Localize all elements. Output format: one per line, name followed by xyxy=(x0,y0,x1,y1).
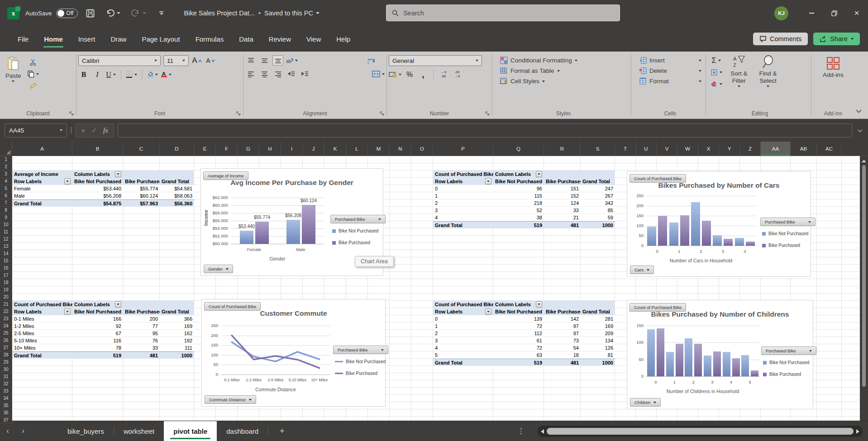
orientation-button[interactable]: ab xyxy=(286,55,298,66)
pivot-cell[interactable]: 81 xyxy=(581,351,615,358)
font-size-select[interactable]: 11 xyxy=(163,55,189,66)
column-header-P[interactable]: P xyxy=(433,142,493,156)
column-header-H[interactable]: H xyxy=(259,142,281,156)
column-header-L[interactable]: L xyxy=(346,142,368,156)
row-header-31[interactable]: 31 xyxy=(0,373,12,380)
alignment-dialog-launcher[interactable] xyxy=(379,110,385,117)
pivot-cell[interactable]: $56.208 xyxy=(72,192,123,199)
row-header-27[interactable]: 27 xyxy=(0,344,12,351)
pivot-table-bikes-by-children[interactable]: Count of Purchased BikeColumn LabelsRow … xyxy=(433,301,615,366)
pivot-cell[interactable]: $55.774 xyxy=(123,185,160,192)
pivot-cell[interactable]: 38 xyxy=(493,214,544,221)
column-header-M[interactable]: M xyxy=(368,142,390,156)
pivot-cell[interactable]: 152 xyxy=(544,192,581,199)
pivot-cell[interactable]: Grand Total xyxy=(433,359,493,366)
row-header-20[interactable]: 20 xyxy=(0,294,12,301)
column-header-E[interactable]: E xyxy=(194,142,216,156)
row-header-18[interactable]: 18 xyxy=(0,279,12,286)
column-header-J[interactable]: J xyxy=(303,142,324,156)
vertical-scroll-thumb[interactable] xyxy=(862,165,866,387)
percent-style-button[interactable]: % xyxy=(404,69,415,80)
pivot-chart-4[interactable]: Count of Purchased BikeBikes Purchased b… xyxy=(627,300,813,409)
pivot-cell[interactable]: 72 xyxy=(493,344,544,351)
middle-align-button[interactable] xyxy=(259,55,270,66)
pivot-cell[interactable]: Grand Total xyxy=(12,352,72,359)
decrease-font-button[interactable]: A xyxy=(205,56,216,66)
ribbon-tab-home[interactable]: Home xyxy=(36,32,71,47)
pivot-cell[interactable]: 92 xyxy=(72,322,123,329)
pivot-cell[interactable]: 4 xyxy=(433,344,493,351)
pivot-cell[interactable]: 1 xyxy=(433,322,493,329)
pivot-cell[interactable]: 1-2 Miles xyxy=(12,322,72,329)
filter-button[interactable] xyxy=(64,308,71,315)
column-header-S[interactable]: S xyxy=(581,142,615,156)
decrease-indent-button[interactable] xyxy=(286,69,297,79)
pivot-cell[interactable]: Grand Total xyxy=(433,222,493,228)
chart-axis-field-button[interactable]: Cars xyxy=(630,266,654,274)
column-header-AC[interactable]: AC xyxy=(817,142,842,156)
row-header-35[interactable]: 35 xyxy=(0,402,12,409)
pivot-cell[interactable]: 519 xyxy=(493,222,544,228)
row-header-22[interactable]: 22 xyxy=(0,308,12,315)
increase-decimal-button[interactable]: ←0.00 xyxy=(438,69,449,80)
sheet-canvas[interactable]: Average of IncomeColumn LabelsRow Labels… xyxy=(12,156,860,421)
row-header-28[interactable]: 28 xyxy=(0,351,12,359)
fill-color-button[interactable] xyxy=(147,69,158,80)
pivot-cell[interactable]: 116 xyxy=(72,337,123,344)
pivot-cell[interactable]: 18 xyxy=(544,351,581,358)
sheet-options-kebab[interactable] xyxy=(520,421,522,441)
sheet-tab-worksheet[interactable]: worksheet xyxy=(114,421,164,441)
insert-function-button[interactable]: fx xyxy=(103,127,108,134)
pivot-cell[interactable]: 134 xyxy=(581,337,615,344)
column-header-A[interactable]: A xyxy=(12,142,72,156)
row-header-10[interactable]: 10 xyxy=(0,221,12,228)
cancel-entry-button[interactable]: × xyxy=(81,127,86,134)
pivot-cell[interactable]: 126 xyxy=(581,344,615,351)
close-button[interactable]: × xyxy=(845,0,868,26)
legend-field-button[interactable]: Purchased Bike xyxy=(761,346,816,355)
name-box[interactable]: AA45 xyxy=(5,123,67,138)
pivot-cell[interactable]: 2 xyxy=(433,199,493,206)
column-header-AB[interactable]: AB xyxy=(791,142,817,156)
search-bar[interactable] xyxy=(386,5,620,21)
copy-button[interactable] xyxy=(28,69,39,79)
ribbon-tab-formulas[interactable]: Formulas xyxy=(188,32,232,47)
format-cells-button[interactable]: Format xyxy=(637,76,704,86)
row-header-17[interactable]: 17 xyxy=(0,272,12,279)
pivot-cell[interactable]: 162 xyxy=(160,330,194,337)
row-header-29[interactable]: 29 xyxy=(0,359,12,366)
pivot-cell[interactable]: 5-10 Miles xyxy=(12,337,72,344)
sheet-tab-pivot-table[interactable]: pivot table xyxy=(164,421,217,441)
ribbon-tab-data[interactable]: Data xyxy=(231,32,261,47)
pivot-table-bikes-by-cars[interactable]: Count of Purchased BikeColumn LabelsRow … xyxy=(433,171,615,228)
row-header-8[interactable]: 8 xyxy=(0,207,12,214)
comments-button[interactable]: Comments xyxy=(753,33,808,45)
quick-access-customize-button[interactable] xyxy=(155,6,168,20)
column-header-X[interactable]: X xyxy=(698,142,719,156)
pivot-cell[interactable]: 1000 xyxy=(581,222,615,228)
font-name-select[interactable]: Calibri xyxy=(78,55,161,66)
ribbon-tab-draw[interactable]: Draw xyxy=(103,32,134,47)
column-header-T[interactable]: T xyxy=(615,142,636,156)
row-header-24[interactable]: 24 xyxy=(0,322,12,330)
pivot-table-customer-commute[interactable]: Count of Purchased BikeColumn LabelsRow … xyxy=(12,301,194,359)
row-header-36[interactable]: 36 xyxy=(0,409,12,417)
next-sheet-button[interactable]: › xyxy=(15,421,31,441)
column-header-R[interactable]: R xyxy=(544,142,581,156)
pivot-cell[interactable]: 5 xyxy=(433,351,493,358)
pivot-cell[interactable]: 10+ Miles xyxy=(12,344,72,351)
column-header-N[interactable]: N xyxy=(390,142,411,156)
pivot-cell[interactable]: 151 xyxy=(544,185,581,192)
align-right-button[interactable] xyxy=(272,69,283,79)
select-all-corner[interactable] xyxy=(0,142,12,156)
number-format-select[interactable]: General xyxy=(389,55,482,66)
confirm-entry-button[interactable]: ✓ xyxy=(91,127,97,134)
autosave-toggle[interactable]: Off xyxy=(56,9,78,18)
horizontal-scrollbar[interactable] xyxy=(538,426,863,437)
pivot-cell[interactable]: 0-1 Miles xyxy=(12,315,72,322)
sheet-tab-bike_buyers[interactable]: bike_buyers xyxy=(58,421,114,441)
bold-button[interactable]: B xyxy=(78,69,89,80)
column-header-Q[interactable]: Q xyxy=(493,142,544,156)
paste-button[interactable]: Paste xyxy=(2,55,25,84)
pivot-cell[interactable]: 2-5 Miles xyxy=(12,330,72,337)
